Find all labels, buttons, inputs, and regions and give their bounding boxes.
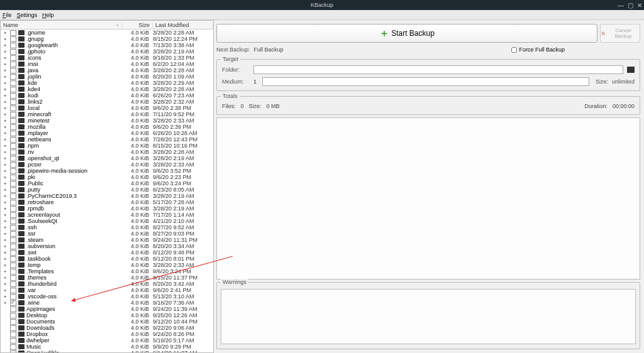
expand-icon[interactable]: ▸ <box>4 106 8 111</box>
tree-row[interactable]: ▸.mplayer4.0 KiB6/26/20 10:28 AM <box>1 130 213 136</box>
row-checkbox[interactable] <box>10 87 16 92</box>
row-checkbox[interactable] <box>10 325 16 331</box>
tree-row[interactable]: Desktop4.0 KiB9/25/20 12:26 AM <box>1 312 213 318</box>
tree-row[interactable]: ▸.Templates4.0 KiB9/6/20 3:24 PM <box>1 268 213 274</box>
row-checkbox[interactable] <box>10 200 16 205</box>
tree-row[interactable]: ▸.local4.0 KiB9/6/20 2:38 PM <box>1 105 213 111</box>
expand-icon[interactable]: ▸ <box>4 156 8 161</box>
menu-help[interactable]: Help <box>42 12 54 18</box>
row-checkbox[interactable] <box>10 187 16 193</box>
expand-icon[interactable]: ▸ <box>4 212 8 217</box>
row-checkbox[interactable] <box>10 181 16 187</box>
expand-icon[interactable]: ▸ <box>4 118 8 123</box>
expand-icon[interactable]: ▸ <box>4 300 8 305</box>
force-full-backup-checkbox[interactable] <box>511 47 517 53</box>
tree-row[interactable]: ▸.subversion4.0 KiB8/20/20 3:34 AM <box>1 243 213 249</box>
tree-row[interactable]: ▸.taskbook4.0 KiB8/12/20 8:01 PM <box>1 256 213 262</box>
row-checkbox[interactable] <box>10 212 16 218</box>
row-checkbox[interactable] <box>10 106 16 111</box>
folder-browse-icon[interactable] <box>627 67 635 73</box>
tree-row[interactable]: ▸.gnupg4.0 KiB8/15/20 12:24 PM <box>1 36 213 42</box>
row-checkbox[interactable] <box>10 168 16 174</box>
maximize-icon[interactable]: ▢ <box>628 2 633 9</box>
tree-body[interactable]: ▸.gnome4.0 KiB3/28/20 2:28 AM▸.gnupg4.0 … <box>1 30 213 352</box>
tree-row[interactable]: ▸.temp4.0 KiB3/28/20 2:33 AM <box>1 262 213 268</box>
tree-row[interactable]: ▸.wine4.0 KiB9/16/20 7:36 AM <box>1 300 213 306</box>
menu-settings[interactable]: Settings <box>17 12 38 18</box>
row-checkbox[interactable] <box>10 288 16 293</box>
expand-icon[interactable]: ▸ <box>4 62 8 67</box>
row-checkbox[interactable] <box>10 49 16 55</box>
tree-row[interactable]: ▸.rpmdb4.0 KiB3/28/20 2:19 AM <box>1 205 213 212</box>
tree-row[interactable]: ▸.openshot_qt4.0 KiB3/28/20 2:19 AM <box>1 155 213 161</box>
expand-icon[interactable]: ▸ <box>4 55 8 60</box>
tree-row[interactable]: ▸.joplin4.0 KiB8/20/20 1:09 AM <box>1 73 213 80</box>
expand-icon[interactable]: ▸ <box>4 30 8 35</box>
row-checkbox[interactable] <box>10 68 16 73</box>
expand-icon[interactable]: ▸ <box>4 112 8 117</box>
tree-row[interactable]: ▸.PyCharmCE2019.34.0 KiB3/28/20 2:19 AM <box>1 193 213 199</box>
expand-icon[interactable]: ▸ <box>4 200 8 205</box>
tree-row[interactable]: ▸.minecraft4.0 KiB7/11/20 9:52 PM <box>1 111 213 117</box>
start-backup-button[interactable]: ＋ Start Backup <box>216 24 597 43</box>
expand-icon[interactable]: ▸ <box>4 99 8 104</box>
expand-icon[interactable]: ▸ <box>4 187 8 192</box>
expand-icon[interactable]: ▸ <box>4 124 8 129</box>
row-checkbox[interactable] <box>10 93 16 99</box>
expand-icon[interactable]: ▸ <box>4 244 8 249</box>
tree-row[interactable]: Dropbox4.0 KiB9/24/20 8:26 PM <box>1 331 213 337</box>
tree-row[interactable]: ▸.putty4.0 KiB6/23/20 8:05 AM <box>1 187 213 193</box>
medium-input[interactable] <box>262 77 589 86</box>
tree-row[interactable]: ▸.swt4.0 KiB8/12/20 9:48 PM <box>1 249 213 256</box>
row-checkbox[interactable] <box>10 269 16 274</box>
row-checkbox[interactable] <box>10 149 16 155</box>
expand-icon[interactable]: ▸ <box>4 250 8 255</box>
tree-row[interactable]: ▸.links24.0 KiB3/28/20 2:32 AM <box>1 99 213 105</box>
tree-row[interactable]: ▸.kde4.0 KiB3/28/20 2:29 AM <box>1 80 213 86</box>
tree-row[interactable]: Downloads4.0 KiB9/22/20 9:06 AM <box>1 325 213 331</box>
expand-icon[interactable]: ▸ <box>4 68 8 73</box>
close-icon[interactable]: ✕ <box>637 2 642 9</box>
row-checkbox[interactable] <box>10 74 16 80</box>
expand-icon[interactable]: ▸ <box>4 80 8 85</box>
tree-row[interactable]: AppImages4.0 KiB9/24/20 11:39 AM <box>1 306 213 312</box>
tree-row[interactable]: ▸.kde44.0 KiB3/28/20 2:28 AM <box>1 86 213 92</box>
row-checkbox[interactable] <box>10 219 16 224</box>
row-checkbox[interactable] <box>10 263 16 268</box>
expand-icon[interactable]: ▸ <box>4 294 8 299</box>
row-checkbox[interactable] <box>10 162 16 168</box>
tree-row[interactable]: ▸.irssi4.0 KiB6/2/20 12:04 AM <box>1 61 213 67</box>
expand-icon[interactable]: ▸ <box>4 269 8 274</box>
row-checkbox[interactable] <box>10 250 16 256</box>
row-checkbox[interactable] <box>10 231 16 237</box>
expand-icon[interactable]: ▸ <box>4 288 8 293</box>
expand-icon[interactable]: ▸ <box>4 49 8 54</box>
tree-row[interactable]: ▸.ssh4.0 KiB8/27/20 9:52 AM <box>1 224 213 231</box>
row-checkbox[interactable] <box>10 319 16 325</box>
expand-icon[interactable]: ▸ <box>4 219 8 224</box>
expand-icon[interactable]: ▸ <box>4 168 8 173</box>
row-checkbox[interactable] <box>10 137 16 143</box>
tree-row[interactable]: ▸.thunderbird4.0 KiB8/20/20 3:42 AM <box>1 281 213 287</box>
tree-row[interactable]: ▸.vscode-oss4.0 KiB5/13/20 3:10 AM <box>1 293 213 300</box>
col-size[interactable]: Size <box>123 22 153 28</box>
tree-row[interactable]: ▸.gphoto4.0 KiB3/28/20 2:19 AM <box>1 48 213 55</box>
tree-row[interactable]: ▸.gnome4.0 KiB3/28/20 2:28 AM <box>1 30 213 36</box>
row-checkbox[interactable] <box>10 30 16 36</box>
expand-icon[interactable]: ▸ <box>4 175 8 180</box>
row-checkbox[interactable] <box>10 225 16 231</box>
row-checkbox[interactable] <box>10 193 16 199</box>
tree-row[interactable]: dwhelper4.0 KiB5/19/20 5:17 AM <box>1 337 213 344</box>
row-checkbox[interactable] <box>10 338 16 344</box>
tree-row[interactable]: ▸.pcsxr4.0 KiB3/28/20 2:33 AM <box>1 161 213 168</box>
row-checkbox[interactable] <box>10 256 16 262</box>
row-checkbox[interactable] <box>10 237 16 243</box>
row-checkbox[interactable] <box>10 244 16 249</box>
expand-icon[interactable]: ▸ <box>4 225 8 230</box>
row-checkbox[interactable] <box>10 344 16 350</box>
expand-icon[interactable]: ▸ <box>4 281 8 286</box>
col-modified[interactable]: Last Modified <box>153 22 213 28</box>
expand-icon[interactable]: ▸ <box>4 137 8 142</box>
row-checkbox[interactable] <box>10 313 16 318</box>
row-checkbox[interactable] <box>10 332 16 337</box>
